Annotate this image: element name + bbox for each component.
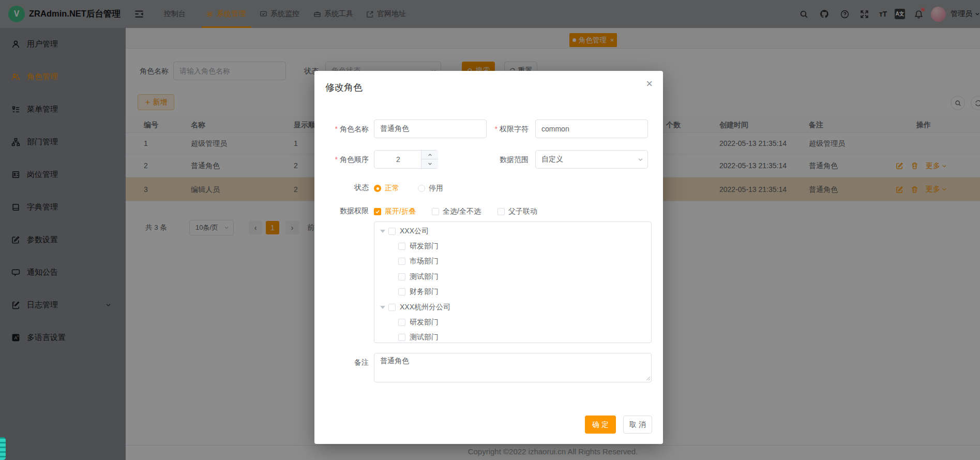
tree-node-label: XXX杭州分公司 bbox=[400, 303, 450, 312]
corner-widget[interactable] bbox=[0, 437, 6, 460]
select-all-checkbox[interactable]: 全选/全不选 bbox=[432, 207, 481, 216]
stepper-down-button[interactable] bbox=[421, 159, 438, 168]
radio-label: 正常 bbox=[385, 184, 399, 193]
status-radio-disabled[interactable]: 停用 bbox=[418, 184, 443, 193]
radio-label: 停用 bbox=[429, 184, 443, 193]
data-perm-field-label: 数据权限 bbox=[314, 201, 369, 220]
checkbox-icon[interactable] bbox=[398, 334, 405, 341]
chevron-down-icon bbox=[638, 157, 643, 162]
checkbox-icon[interactable] bbox=[398, 319, 405, 326]
tree-node-label: 市场部门 bbox=[410, 257, 439, 266]
status-radio-normal[interactable]: 正常 bbox=[374, 184, 399, 193]
checkbox-label: 全选/全不选 bbox=[443, 207, 481, 216]
checkbox-icon[interactable] bbox=[398, 243, 405, 250]
modal-title: 修改角色 bbox=[325, 81, 363, 94]
parent-child-link-checkbox[interactable]: 父子联动 bbox=[497, 207, 537, 216]
tree-node-dept[interactable]: 市场部门 bbox=[374, 254, 651, 269]
tree-node-label: XXX公司 bbox=[400, 227, 429, 236]
tree-node-label: 测试部门 bbox=[410, 333, 439, 342]
tree-node-label: 研发部门 bbox=[410, 318, 439, 327]
stepper-up-button[interactable] bbox=[421, 151, 438, 159]
expand-collapse-checkbox[interactable]: 展开/折叠 bbox=[374, 207, 416, 216]
data-scope-value: 自定义 bbox=[541, 155, 563, 164]
tree-node-dept[interactable]: 测试部门 bbox=[374, 269, 651, 284]
tree-expand-caret[interactable] bbox=[380, 230, 385, 233]
role-name-field-label: 角色名称 bbox=[314, 120, 369, 138]
tree-expand-caret[interactable] bbox=[380, 306, 385, 309]
screen: V ZRAdmin.NET后台管理 控制台 系统管理 系统监控 系统工具 官网地… bbox=[0, 0, 980, 460]
tree-node-dept[interactable]: 研发部门 bbox=[374, 239, 651, 254]
checkbox-icon[interactable] bbox=[398, 258, 405, 265]
data-scope-field-label: 数据范围 bbox=[449, 150, 529, 169]
confirm-button[interactable]: 确 定 bbox=[585, 416, 616, 434]
checkbox-label: 父子联动 bbox=[508, 207, 537, 216]
role-order-stepper bbox=[374, 150, 438, 169]
perm-char-input[interactable] bbox=[535, 120, 648, 138]
perm-char-field-label: 权限字符 bbox=[449, 120, 529, 138]
remark-textarea[interactable]: 普通角色 bbox=[374, 353, 652, 382]
checkbox-icon bbox=[497, 208, 505, 215]
tree-node-branch-company[interactable]: XXX杭州分公司 bbox=[374, 300, 651, 315]
checkbox-icon[interactable] bbox=[388, 228, 396, 235]
department-tree: XXX公司 研发部门 市场部门 测试部门 财务部门 XXX杭州分公司 bbox=[374, 221, 652, 343]
checkbox-icon[interactable] bbox=[398, 288, 405, 295]
checkbox-icon[interactable] bbox=[398, 273, 405, 280]
close-icon[interactable]: × bbox=[646, 78, 653, 90]
checkbox-icon[interactable] bbox=[388, 304, 396, 311]
tree-node-dept[interactable]: 测试部门 bbox=[374, 330, 651, 343]
checkbox-icon bbox=[432, 208, 439, 215]
tree-node-label: 测试部门 bbox=[410, 272, 439, 281]
tree-node-label: 研发部门 bbox=[410, 242, 439, 251]
data-scope-select[interactable]: 自定义 bbox=[535, 150, 648, 169]
tree-node-company[interactable]: XXX公司 bbox=[374, 224, 651, 239]
tree-node-dept[interactable]: 财务部门 bbox=[374, 285, 651, 300]
remark-field-label: 备注 bbox=[314, 353, 369, 372]
edit-role-modal: 修改角色 × 角色名称 权限字符 角色顺序 数据范围 自定义 状态 正常 bbox=[314, 71, 663, 444]
status-field-label: 状态 bbox=[314, 178, 369, 197]
radio-icon bbox=[374, 185, 381, 192]
radio-icon bbox=[418, 185, 425, 192]
checkbox-label: 展开/折叠 bbox=[385, 207, 416, 216]
tree-node-label: 财务部门 bbox=[410, 287, 439, 296]
role-order-input[interactable] bbox=[374, 151, 422, 168]
role-order-field-label: 角色顺序 bbox=[314, 150, 369, 169]
tree-node-dept[interactable]: 研发部门 bbox=[374, 315, 651, 330]
checkbox-icon bbox=[374, 208, 381, 215]
cancel-button[interactable]: 取 消 bbox=[623, 416, 652, 434]
